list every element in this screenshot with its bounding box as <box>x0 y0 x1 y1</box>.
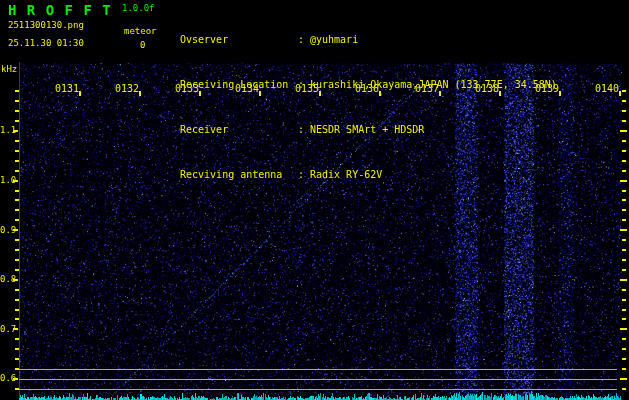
time-axis-tick <box>259 91 261 96</box>
freq-major-tick-left <box>13 279 18 281</box>
time-axis-label: 0140 <box>595 83 619 94</box>
freq-minor-tick-right <box>622 100 626 102</box>
reference-line <box>19 369 617 370</box>
freq-minor-tick-right <box>622 269 626 271</box>
freq-minor-tick-right <box>622 170 626 172</box>
time-axis-tick <box>379 91 381 96</box>
freq-minor-tick-right <box>622 120 626 122</box>
time-axis-tick <box>139 91 141 96</box>
time-axis-tick <box>79 91 81 96</box>
freq-minor-tick-right <box>622 348 626 350</box>
time-axis-tick <box>439 91 441 96</box>
freq-minor-tick-right <box>622 239 626 241</box>
time-axis-label: 0131 <box>55 83 79 94</box>
time-axis-tick <box>499 91 501 96</box>
freq-major-tick-right <box>620 328 627 330</box>
freq-minor-tick-right <box>622 249 626 251</box>
freq-major-tick-right <box>620 130 627 132</box>
time-axis-label: 0135 <box>295 83 319 94</box>
freq-minor-tick-right <box>622 150 626 152</box>
time-axis-tick <box>559 91 561 96</box>
time-axis-tick <box>619 91 621 96</box>
time-axis-label: 0132 <box>115 83 139 94</box>
time-axis-tick <box>199 91 201 96</box>
axis-layer: kHz1.11.00.90.80.70.60131013201330134013… <box>0 0 629 400</box>
freq-minor-tick-right <box>622 309 626 311</box>
freq-minor-tick-right <box>622 338 626 340</box>
time-axis-label: 0138 <box>475 83 499 94</box>
reference-line <box>19 389 617 390</box>
freq-minor-tick-right <box>622 209 626 211</box>
freq-minor-tick-right <box>622 219 626 221</box>
freq-minor-tick-right <box>622 160 626 162</box>
freq-axis-unit-label: kHz <box>1 64 17 74</box>
freq-major-tick-right <box>620 279 627 281</box>
freq-major-tick-left <box>13 180 18 182</box>
freq-minor-tick-right <box>622 110 626 112</box>
freq-minor-tick-right <box>622 318 626 320</box>
freq-minor-tick-right <box>622 368 626 370</box>
plot-left-border <box>19 62 20 400</box>
freq-minor-tick-right <box>622 199 626 201</box>
freq-major-tick-right <box>620 229 627 231</box>
time-axis-label: 0137 <box>415 83 439 94</box>
freq-major-tick-left <box>13 229 18 231</box>
freq-minor-tick-right <box>622 90 626 92</box>
freq-major-tick-right <box>620 180 627 182</box>
freq-minor-tick-right <box>622 259 626 261</box>
time-axis-tick <box>319 91 321 96</box>
freq-major-tick-left <box>13 328 18 330</box>
freq-major-tick-right <box>620 378 627 380</box>
hrofft-window: H R O F F T 1.0.0f 2511300130.png meteor… <box>0 0 629 400</box>
freq-minor-tick-right <box>622 190 626 192</box>
time-axis-label: 0134 <box>235 83 259 94</box>
time-axis-label: 0136 <box>355 83 379 94</box>
freq-minor-tick-right <box>622 289 626 291</box>
freq-major-tick-left <box>13 378 18 380</box>
time-axis-label: 0139 <box>535 83 559 94</box>
reference-line <box>19 379 617 380</box>
freq-minor-tick-right <box>622 140 626 142</box>
freq-major-tick-left <box>13 130 18 132</box>
freq-minor-tick-right <box>622 358 626 360</box>
freq-minor-tick-right <box>622 388 626 390</box>
time-axis-label: 0133 <box>175 83 199 94</box>
freq-minor-tick-right <box>622 299 626 301</box>
